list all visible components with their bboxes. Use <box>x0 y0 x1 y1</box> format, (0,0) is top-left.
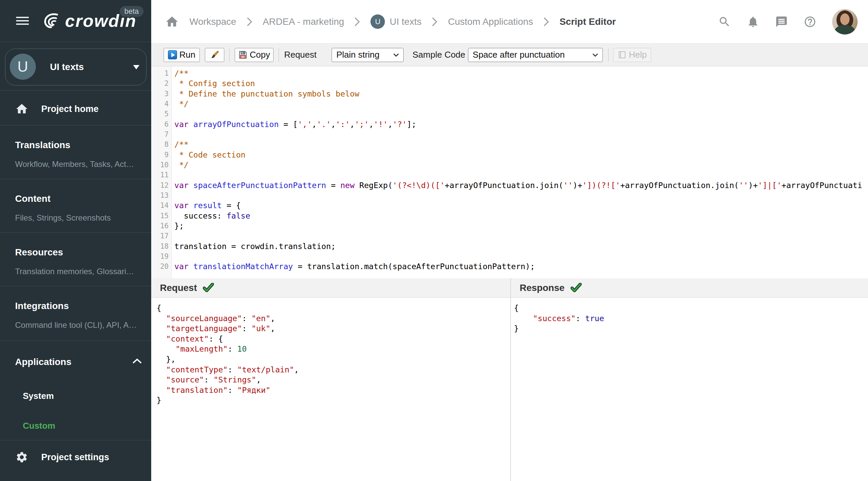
line-number: 17 <box>151 231 171 241</box>
breadcrumb-workspace[interactable]: Workspace <box>189 17 236 27</box>
code-line[interactable]: "context": { <box>157 334 510 344</box>
gutter: 1234567891011121314151617181920 <box>151 66 172 278</box>
sidebar-item-system[interactable]: System <box>23 390 54 402</box>
home-icon[interactable] <box>165 15 179 29</box>
sidebar-section-resources-sub[interactable]: Translation memories, Glossari… <box>15 266 134 277</box>
sidebar-section-resources[interactable]: Resources <box>15 247 63 258</box>
request-body[interactable]: { "sourceLanguage": "en", "targetLanguag… <box>151 298 510 481</box>
code-line[interactable]: "maxLength": 10 <box>157 344 510 354</box>
code-line[interactable]: var result = { <box>174 200 868 211</box>
code-line[interactable] <box>174 109 868 119</box>
line-number: 5 <box>151 109 171 119</box>
code-line[interactable]: } <box>157 395 510 406</box>
run-button[interactable]: Run <box>164 48 200 62</box>
copy-button[interactable]: Copy <box>235 48 274 62</box>
code-line[interactable]: */ <box>174 99 868 109</box>
sample-code-select[interactable]: Space after punctuation <box>468 48 603 62</box>
line-number: 15 <box>151 211 171 221</box>
breadcrumb-ui-texts[interactable]: U UI texts <box>370 14 422 29</box>
code-line[interactable]: }, <box>157 354 510 365</box>
code-line[interactable]: * Code section <box>174 150 868 160</box>
code-line[interactable]: var spaceAfterPunctuationPattern = new R… <box>174 180 868 190</box>
help-button[interactable]: Help <box>613 48 651 62</box>
line-number: 16 <box>151 221 171 231</box>
project-selector[interactable]: U UI texts <box>5 49 147 86</box>
code-line[interactable]: /** <box>174 68 868 78</box>
code-line[interactable] <box>174 190 868 200</box>
line-number: 20 <box>151 261 171 271</box>
brush-icon <box>210 50 219 60</box>
code-line[interactable]: } <box>514 323 868 334</box>
breadcrumb-custom-applications[interactable]: Custom Applications <box>448 17 533 27</box>
chevron-down-icon <box>393 53 399 57</box>
sidebar: crowdin beta U UI texts Project home Tra… <box>0 0 151 481</box>
code-line[interactable] <box>174 170 868 180</box>
search-icon[interactable] <box>718 15 731 28</box>
code-line[interactable]: * Config section <box>174 78 868 89</box>
home-icon <box>15 102 29 116</box>
code-line[interactable]: * Define the punctuation symbols below <box>174 89 868 99</box>
check-icon <box>203 283 214 293</box>
sidebar-section-integrations[interactable]: Integrations <box>15 300 69 312</box>
code-line[interactable]: success: false <box>174 211 868 221</box>
code-line[interactable]: "success": true <box>514 313 868 324</box>
toolbar-separator <box>279 48 279 62</box>
app: crowdin beta U UI texts Project home Tra… <box>0 0 868 481</box>
breadcrumb-script-editor: Script Editor <box>560 17 616 27</box>
code-line[interactable]: translation = crowdin.translation; <box>174 241 868 251</box>
crowdin-logo-mark <box>41 11 62 31</box>
io-panels: Request { "sourceLanguage": "en", "targe… <box>151 278 868 481</box>
code-line[interactable]: "contentType": "text/plain", <box>157 365 510 375</box>
line-number: 11 <box>151 170 171 180</box>
line-number: 2 <box>151 78 171 89</box>
project-avatar: U <box>10 54 36 80</box>
request-type-select[interactable]: Plain string <box>332 48 404 62</box>
sidebar-item-project-home[interactable]: Project home <box>0 100 151 118</box>
sidebar-section-content-sub[interactable]: Files, Strings, Screenshots <box>15 213 111 223</box>
menu-icon[interactable] <box>16 17 29 25</box>
crowdin-logo[interactable]: crowdin beta <box>41 6 148 36</box>
format-brush-button[interactable] <box>205 48 224 62</box>
user-avatar[interactable] <box>832 9 858 34</box>
code-line[interactable] <box>174 251 868 261</box>
code-lines[interactable]: /** * Config section * Define the punctu… <box>172 66 868 278</box>
line-number: 12 <box>151 180 171 190</box>
bell-icon[interactable] <box>747 15 760 28</box>
sidebar-section-translations-sub[interactable]: Workflow, Members, Tasks, Act… <box>15 159 134 170</box>
code-line[interactable]: }; <box>174 221 868 231</box>
code-line[interactable] <box>174 129 868 139</box>
code-line[interactable]: var arrayOfPunctuation = [',','.',':',';… <box>174 119 868 129</box>
sidebar-item-custom[interactable]: Custom <box>23 420 55 431</box>
sidebar-section-integrations-sub[interactable]: Command line tool (CLI), API, A… <box>15 320 137 330</box>
code-line[interactable]: { <box>514 303 868 313</box>
help-icon[interactable] <box>804 15 816 28</box>
code-line[interactable]: { <box>157 303 510 313</box>
code-line[interactable]: */ <box>174 160 868 170</box>
code-editor[interactable]: 1234567891011121314151617181920 /** * Co… <box>151 66 868 278</box>
chevron-up-icon[interactable] <box>132 358 142 365</box>
topbar-icons <box>718 9 868 34</box>
code-line[interactable] <box>174 231 868 241</box>
code-line[interactable]: "source": "Strings", <box>157 375 510 385</box>
code-line[interactable]: "targetLanguage": "uk", <box>157 323 510 334</box>
chevron-right-icon <box>247 17 252 27</box>
code-line[interactable]: "translation": "Рядки" <box>157 385 510 395</box>
code-line[interactable]: "sourceLanguage": "en", <box>157 313 510 324</box>
check-icon <box>570 283 582 293</box>
line-number: 18 <box>151 241 171 251</box>
play-icon <box>168 50 177 59</box>
chat-icon[interactable] <box>775 15 788 28</box>
sidebar-section-translations[interactable]: Translations <box>15 139 70 151</box>
line-number: 13 <box>151 190 171 200</box>
sidebar-item-project-settings[interactable]: Project settings <box>0 448 151 467</box>
line-number: 14 <box>151 200 171 211</box>
breadcrumb-project[interactable]: ARDEA - marketing <box>263 17 344 27</box>
toolbar-separator <box>229 48 230 62</box>
code-line[interactable]: var translationMatchArray = translation.… <box>174 261 868 271</box>
code-line[interactable]: /** <box>174 139 868 150</box>
response-body[interactable]: { "success": true} <box>511 298 868 481</box>
project-name: UI texts <box>50 49 84 85</box>
sidebar-section-applications[interactable]: Applications <box>15 356 71 368</box>
sidebar-section-content[interactable]: Content <box>15 193 51 204</box>
book-icon <box>618 50 627 59</box>
